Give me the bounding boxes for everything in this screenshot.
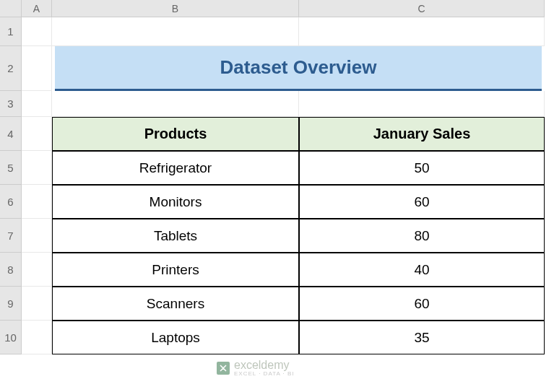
cell-a8[interactable] <box>22 253 52 287</box>
cell-a5[interactable] <box>22 151 52 185</box>
cell-b1[interactable] <box>52 17 299 46</box>
table-header-sales[interactable]: January Sales <box>299 117 545 151</box>
cell-a2[interactable] <box>22 46 52 91</box>
row-header-3[interactable]: 3 <box>0 91 22 117</box>
table-row[interactable]: Tablets <box>52 219 299 253</box>
title-merged-cell[interactable]: Dataset Overview <box>55 46 542 91</box>
row-header-6[interactable]: 6 <box>0 185 22 219</box>
table-row[interactable]: 80 <box>299 219 545 253</box>
table-row[interactable]: 40 <box>299 253 545 287</box>
cell-c1[interactable] <box>299 17 545 46</box>
row-header-2[interactable]: 2 <box>0 46 22 91</box>
cell-a3[interactable] <box>22 91 52 117</box>
cell-a4[interactable] <box>22 117 52 151</box>
row-header-8[interactable]: 8 <box>0 253 22 287</box>
table-row[interactable]: Laptops <box>52 321 299 354</box>
row-header-7[interactable]: 7 <box>0 219 22 253</box>
column-header-b[interactable]: B <box>52 0 299 17</box>
exceldemy-logo-icon <box>217 362 230 375</box>
select-all-corner[interactable] <box>0 0 22 17</box>
table-row[interactable]: Printers <box>52 253 299 287</box>
table-row[interactable]: Monitors <box>52 185 299 219</box>
cell-a6[interactable] <box>22 185 52 219</box>
watermark-name: exceldemy <box>234 360 295 371</box>
row-header-1[interactable]: 1 <box>0 17 22 46</box>
row-header-4[interactable]: 4 <box>0 117 22 151</box>
row-header-9[interactable]: 9 <box>0 287 22 321</box>
table-row[interactable]: Refrigerator <box>52 151 299 185</box>
watermark: exceldemy EXCEL · DATA · BI <box>217 360 295 377</box>
table-row[interactable]: 50 <box>299 151 545 185</box>
row-header-10[interactable]: 10 <box>0 321 22 354</box>
cell-a7[interactable] <box>22 219 52 253</box>
cell-c3[interactable] <box>299 91 545 117</box>
table-row[interactable]: 60 <box>299 287 545 321</box>
row-header-5[interactable]: 5 <box>0 151 22 185</box>
spreadsheet-grid: A B C 1 2 Dataset Overview 3 4 Products … <box>0 0 545 354</box>
watermark-tagline: EXCEL · DATA · BI <box>234 371 295 377</box>
table-row[interactable]: Scanners <box>52 287 299 321</box>
column-header-c[interactable]: C <box>299 0 545 17</box>
cell-a1[interactable] <box>22 17 52 46</box>
cell-a10[interactable] <box>22 321 52 354</box>
cell-a9[interactable] <box>22 287 52 321</box>
column-header-a[interactable]: A <box>22 0 52 17</box>
table-header-products[interactable]: Products <box>52 117 299 151</box>
cell-b3[interactable] <box>52 91 299 117</box>
table-row[interactable]: 35 <box>299 321 545 354</box>
table-row[interactable]: 60 <box>299 185 545 219</box>
